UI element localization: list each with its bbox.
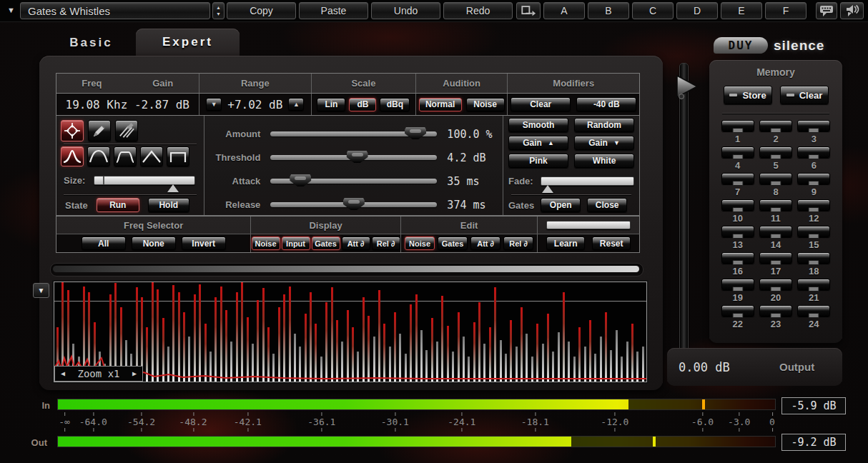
curve-wide-bell-button[interactable] [87, 146, 110, 166]
memory-slot-button[interactable] [721, 279, 754, 290]
memory-slot-button[interactable] [759, 226, 792, 237]
paste-button[interactable]: Paste [299, 2, 368, 19]
scale-dbq-button[interactable]: dBq [380, 98, 410, 111]
display-att-button[interactable]: Att ∂ [342, 237, 370, 250]
modifier-white-button[interactable]: White [574, 154, 634, 168]
memory-store-button[interactable]: Store [724, 86, 772, 104]
freq-all-button[interactable]: All [82, 237, 126, 250]
state-run-button[interactable]: Run [97, 198, 139, 212]
amount-slider[interactable] [270, 131, 437, 136]
memory-slot-button[interactable] [721, 226, 754, 237]
edit-rel-button[interactable]: Rel ∂ [503, 237, 533, 250]
memory-slot-button[interactable] [797, 305, 830, 317]
display-input-button[interactable]: Input [282, 237, 310, 250]
curve-flat-top-button[interactable] [114, 146, 137, 166]
memory-slot-button[interactable] [759, 252, 792, 264]
modifier-gain-up-button[interactable]: Gain▲ [508, 136, 568, 150]
memory-slot-button[interactable] [759, 279, 792, 290]
attack-slider[interactable] [270, 179, 437, 184]
slot-f-button[interactable]: F [765, 2, 807, 19]
threshold-slider-thumb[interactable] [347, 151, 368, 163]
tool-pencil-button[interactable] [88, 120, 111, 141]
freq-invert-button[interactable]: Invert [182, 237, 226, 250]
tool-point-button[interactable] [61, 120, 84, 141]
memory-slot-button[interactable] [759, 146, 792, 158]
copy-button[interactable]: Copy [227, 2, 296, 19]
attack-slider-thumb[interactable] [290, 174, 311, 186]
curve-narrow-bell-button[interactable] [61, 146, 84, 166]
reset-button[interactable]: Reset [592, 237, 631, 250]
stepper-up-icon[interactable]: ▲ [216, 5, 221, 10]
freq-none-button[interactable]: None [132, 237, 176, 250]
memory-clear-button[interactable]: Clear [780, 86, 829, 104]
slot-d-button[interactable]: D [676, 2, 718, 19]
display-rel-button[interactable]: Rel ∂ [372, 237, 400, 250]
tab-expert[interactable]: Expert [136, 29, 240, 56]
memory-slot-button[interactable] [721, 305, 754, 317]
spectrum-collapse-button[interactable]: ▼ [33, 283, 49, 298]
memory-slot-button[interactable] [721, 146, 754, 158]
gates-open-button[interactable]: Open [541, 198, 581, 212]
fade-slider-thumb[interactable] [542, 185, 553, 193]
stepper-down-icon[interactable]: ▼ [216, 11, 221, 16]
range-down-button[interactable]: ▼ [206, 98, 222, 111]
threshold-slider[interactable] [270, 155, 437, 160]
range-up-button[interactable]: ▲ [288, 98, 304, 111]
memory-slot-button[interactable] [797, 226, 830, 237]
state-hold-button[interactable]: Hold [148, 198, 189, 212]
modifier-pink-button[interactable]: Pink [508, 154, 568, 168]
modifier-clear-button[interactable]: Clear [511, 97, 571, 111]
memory-slot-button[interactable] [797, 252, 830, 264]
memory-slot-button[interactable] [797, 199, 830, 211]
slot-a-button[interactable]: A [543, 2, 585, 19]
insert-preset-button[interactable] [516, 2, 541, 19]
modifier-smooth-button[interactable]: Smooth [508, 118, 568, 132]
spectrum-scrollbar-thumb[interactable] [53, 266, 639, 272]
curve-triangle-button[interactable] [140, 146, 163, 166]
modifier-minus40-button[interactable]: -40 dB [576, 97, 636, 111]
memory-slot-button[interactable] [721, 252, 754, 264]
display-gates-button[interactable]: Gates [312, 237, 340, 250]
zoom-control[interactable]: ◀ Zoom x1 ▶ [54, 366, 143, 382]
edit-noise-button[interactable]: Noise [405, 237, 435, 250]
audition-normal-button[interactable]: Normal [419, 98, 462, 111]
memory-slot-button[interactable] [759, 305, 792, 317]
gates-close-button[interactable]: Close [587, 198, 627, 212]
amount-slider-thumb[interactable] [405, 127, 426, 139]
edit-gates-button[interactable]: Gates [438, 237, 468, 250]
memory-slot-button[interactable] [797, 120, 830, 131]
memory-slot-button[interactable] [797, 146, 830, 158]
release-slider-thumb[interactable] [343, 198, 365, 210]
memory-slot-button[interactable] [797, 279, 830, 290]
modifier-gain-down-button[interactable]: Gain▼ [574, 136, 634, 150]
memory-slot-button[interactable] [797, 173, 830, 184]
modifier-random-button[interactable]: Random [574, 118, 634, 132]
scale-db-button[interactable]: dB [349, 98, 376, 111]
slot-c-button[interactable]: C [632, 2, 674, 19]
scale-lin-button[interactable]: Lin [317, 98, 345, 111]
output-fader-track[interactable] [679, 63, 689, 362]
output-fader-handle[interactable] [675, 74, 699, 101]
preset-stepper[interactable]: ▲ ▼ [212, 2, 225, 19]
memory-slot-button[interactable] [721, 120, 754, 131]
audio-help-button[interactable] [840, 2, 864, 19]
memory-slot-button[interactable] [759, 173, 792, 184]
spectrum-scrollbar[interactable] [50, 263, 643, 277]
memory-slot-button[interactable] [759, 120, 792, 131]
size-slider[interactable] [94, 176, 195, 185]
preset-dropdown-icon[interactable]: ▼ [7, 6, 15, 14]
edit-att-button[interactable]: Att ∂ [470, 237, 500, 250]
slot-b-button[interactable]: B [588, 2, 629, 19]
curve-square-button[interactable] [167, 146, 189, 166]
release-slider[interactable] [270, 202, 437, 207]
slot-e-button[interactable]: E [721, 2, 762, 19]
zoom-next-icon[interactable]: ▶ [132, 370, 137, 377]
zoom-prev-icon[interactable]: ◀ [61, 370, 65, 377]
memory-slot-button[interactable] [721, 199, 754, 211]
keyboard-help-button[interactable] [816, 2, 837, 19]
audition-noise-button[interactable]: Noise [466, 98, 505, 111]
fade-slider[interactable] [541, 176, 634, 186]
preset-selector[interactable]: Gates & Whistles [20, 2, 210, 19]
display-noise-button[interactable]: Noise [252, 237, 280, 250]
tool-multi-pencil-button[interactable] [115, 120, 138, 141]
